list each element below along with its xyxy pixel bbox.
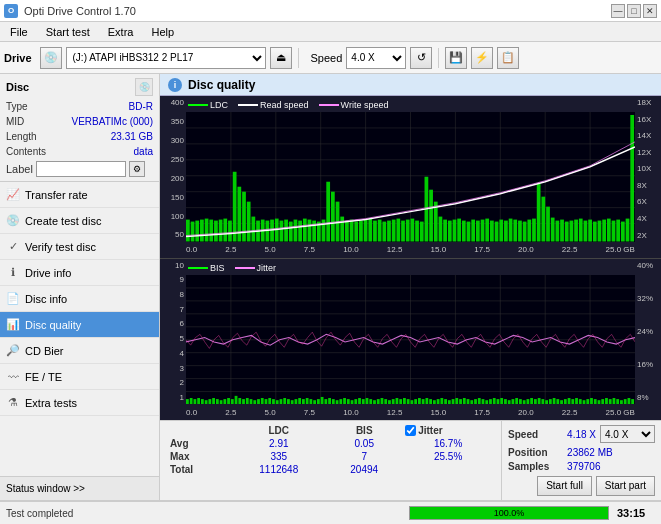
svg-rect-89 (527, 220, 531, 242)
svg-rect-64 (411, 219, 415, 242)
samples-val: 379706 (567, 461, 600, 472)
total-ldc: 1112648 (230, 463, 327, 476)
drive-label: Drive (4, 52, 32, 64)
svg-rect-54 (364, 220, 368, 242)
disc-length-val: 23.31 GB (111, 129, 153, 144)
svg-rect-53 (359, 221, 363, 242)
menu-help[interactable]: Help (145, 25, 180, 39)
svg-rect-52 (354, 222, 358, 242)
menu-start-test[interactable]: Start test (40, 25, 96, 39)
svg-rect-36 (280, 221, 284, 242)
svg-rect-110 (626, 219, 630, 242)
sidebar-item-transfer-rate[interactable]: 📈 Transfer rate (0, 182, 159, 208)
start-full-button[interactable]: Start full (537, 476, 592, 496)
speed-label: Speed (311, 52, 343, 64)
disc-panel: Disc 💿 Type BD-R MID VERBATIMc (000) Len… (0, 74, 159, 182)
minimize-button[interactable]: — (611, 4, 625, 18)
export-button[interactable]: 📋 (497, 47, 519, 69)
svg-rect-66 (420, 222, 424, 242)
status-window-label: Status window >> (6, 483, 85, 494)
svg-rect-39 (294, 220, 298, 242)
svg-rect-90 (532, 219, 536, 242)
sidebar-item-disc-quality[interactable]: 📊 Disc quality (0, 312, 159, 338)
drive-icon-btn[interactable]: 💿 (40, 47, 62, 69)
avg-jitter: 16.7% (401, 437, 495, 450)
charts-area: LDC Read speed Write speed 400 350 300 (160, 96, 661, 500)
maximize-button[interactable]: □ (627, 4, 641, 18)
legend-jitter-label: Jitter (257, 263, 277, 273)
svg-rect-49 (340, 217, 344, 242)
sidebar-item-fe-te[interactable]: 〰 FE / TE (0, 364, 159, 390)
eject-button[interactable]: ⏏ (270, 47, 292, 69)
sidebar-item-disc-info[interactable]: 📄 Disc info (0, 286, 159, 312)
svg-rect-100 (579, 219, 583, 242)
sidebar-item-cd-bier[interactable]: 🔎 CD Bier (0, 338, 159, 364)
menu-extra[interactable]: Extra (102, 25, 140, 39)
app-icon: O (4, 4, 18, 18)
svg-rect-17 (191, 222, 195, 242)
speed-row: Speed 4.18 X 4.0 X (508, 425, 655, 443)
svg-rect-77 (471, 220, 475, 242)
app-title: Opti Drive Control 1.70 (24, 5, 136, 17)
nav-label-disc-quality: Disc quality (25, 319, 81, 331)
sidebar-item-extra-tests[interactable]: ⚗ Extra tests (0, 390, 159, 416)
svg-rect-56 (373, 221, 377, 242)
max-label: Max (166, 450, 230, 463)
legend-bis: BIS (188, 263, 225, 273)
svg-rect-30 (251, 217, 255, 242)
disc-label-input[interactable] (36, 161, 126, 177)
bis-header: BIS (327, 424, 401, 437)
upper-chart: LDC Read speed Write speed 400 350 300 (160, 96, 661, 259)
action-buttons: Start full Start part (508, 476, 655, 496)
avg-label: Avg (166, 437, 230, 450)
svg-rect-28 (242, 192, 246, 242)
svg-rect-51 (350, 220, 354, 242)
menu-file[interactable]: File (4, 25, 34, 39)
jitter-checkbox[interactable] (405, 425, 416, 436)
samples-label: Samples (508, 461, 563, 472)
content-area: i Disc quality LDC Read speed (160, 74, 661, 500)
disc-length-key: Length (6, 129, 37, 144)
status-window-button[interactable]: Status window >> (0, 476, 159, 500)
svg-rect-79 (481, 220, 485, 242)
legend-write-speed: Write speed (319, 100, 389, 110)
max-bis: 7 (327, 450, 401, 463)
toolbar: Drive 💿 (J:) ATAPI iHBS312 2 PL17 ⏏ Spee… (0, 42, 661, 74)
sidebar-item-verify-test-disc[interactable]: ✓ Verify test disc (0, 234, 159, 260)
svg-rect-57 (378, 220, 382, 242)
svg-rect-88 (523, 222, 527, 242)
svg-rect-143 (235, 395, 238, 404)
svg-rect-71 (443, 220, 447, 242)
legend-jitter: Jitter (235, 263, 277, 273)
legend-write-speed-label: Write speed (341, 100, 389, 110)
refresh-button[interactable]: ↺ (410, 47, 432, 69)
svg-rect-82 (495, 222, 499, 242)
svg-rect-63 (406, 220, 410, 242)
disc-label-set-button[interactable]: ⚙ (129, 161, 145, 177)
disc-mid-key: MID (6, 114, 24, 129)
start-part-button[interactable]: Start part (596, 476, 655, 496)
sidebar-item-create-test-disc[interactable]: 💿 Create test disc (0, 208, 159, 234)
status-text: Test completed (4, 508, 409, 519)
svg-rect-40 (298, 221, 302, 242)
speed-select[interactable]: 4.0 X (346, 47, 406, 69)
samples-row: Samples 379706 (508, 461, 655, 472)
disc-quality-icon: 📊 (6, 318, 20, 332)
cd-bier-icon: 🔎 (6, 344, 20, 358)
svg-rect-105 (602, 220, 606, 242)
svg-rect-85 (509, 219, 513, 242)
status-bar: Test completed 100.0% 33:15 (0, 500, 661, 524)
svg-rect-76 (467, 222, 471, 242)
lower-chart-canvas (186, 275, 635, 405)
svg-rect-73 (453, 220, 457, 242)
progress-text: 100.0% (410, 507, 608, 519)
compare-button[interactable]: ⚡ (471, 47, 493, 69)
close-button[interactable]: ✕ (643, 4, 657, 18)
sidebar-item-drive-info[interactable]: ℹ Drive info (0, 260, 159, 286)
drive-select[interactable]: (J:) ATAPI iHBS312 2 PL17 (66, 47, 266, 69)
svg-rect-108 (616, 220, 620, 242)
speed-stat-select[interactable]: 4.0 X (600, 425, 655, 443)
disc-contents-val: data (134, 144, 153, 159)
save-button[interactable]: 💾 (445, 47, 467, 69)
disc-section-label: Disc (6, 81, 29, 93)
